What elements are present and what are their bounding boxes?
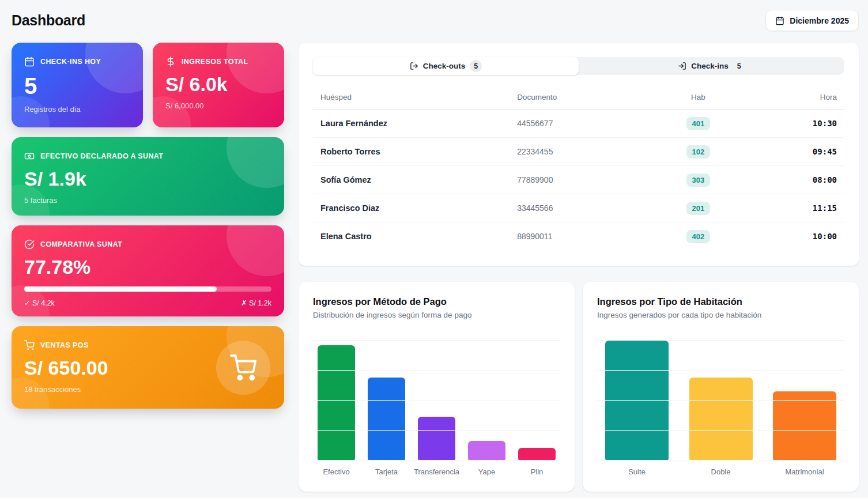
date-picker-label: Diciembre 2025 (790, 16, 849, 25)
bar-label-suite: Suite (605, 467, 669, 476)
stat-card-value: 5 (24, 74, 130, 97)
guest-document: 22334455 (517, 147, 553, 156)
bar-yape (468, 441, 505, 461)
guest-name: Francisco Diaz (320, 203, 379, 213)
chart-gridline (313, 430, 560, 431)
stat-card-label: CHECK-INS HOY (40, 58, 101, 66)
sunat-progress-fill (24, 286, 217, 292)
chart-labels: SuiteDobleMatrimonial (597, 467, 844, 476)
calendar-icon (775, 16, 784, 25)
bar-label-tarjeta: Tarjeta (368, 467, 405, 476)
bar-doble (689, 378, 753, 461)
col-header-guest: Huésped (313, 88, 510, 110)
room-badge: 402 (686, 230, 711, 243)
table-row: Laura Fernández 44556677 401 10:30 (313, 110, 844, 138)
chart-gridline (597, 400, 844, 401)
bar-label-plin: Plin (518, 467, 556, 476)
guest-document: 33445566 (517, 203, 553, 213)
guest-name: Elena Castro (320, 232, 372, 241)
app-header: Dashboard Diciembre 2025 (0, 0, 868, 43)
bar-transferencia (418, 417, 455, 461)
guest-document: 44556677 (517, 119, 553, 128)
login-icon (678, 62, 686, 70)
page-title: Dashboard (12, 12, 85, 29)
stat-card-ventas-pos: VENTAS POS S/ 650.00 18 transacciones (12, 326, 284, 409)
calendar-icon (24, 56, 35, 67)
chart-gridline (313, 460, 560, 461)
tab-check-outs[interactable]: Check-outs 5 (313, 57, 579, 75)
table-row: Francisco Diaz 33445566 201 11:15 (313, 194, 844, 222)
charts-row: Ingresos por Método de Pago Distribución… (299, 282, 859, 492)
stat-card-value: 77.78% (24, 257, 271, 277)
chart-plot (313, 341, 560, 461)
chart-gridline (313, 370, 560, 371)
chart-gridline (313, 340, 560, 341)
bar-label-matrimonial: Matrimonial (773, 467, 836, 476)
tab-check-ins[interactable]: Check-ins 5 (579, 57, 844, 75)
right-column: Check-outs 5 Check-ins 5 Huésped Documen (299, 43, 859, 492)
tab-count-badge: 5 (470, 60, 482, 72)
stat-card-comparativa-sunat: COMPARATIVA SUNAT 77.78% ✓ S/ 4.2k ✗ S/ … (12, 225, 284, 316)
guest-name: Sofía Gómez (320, 175, 371, 184)
date-picker-button[interactable]: Diciembre 2025 (765, 10, 859, 31)
chart-plot (597, 341, 844, 461)
movements-table-body: Laura Fernández 44556677 401 10:30 Rober… (313, 110, 844, 251)
dollar-icon (165, 56, 176, 67)
stat-card-subtext: Registros del día (24, 105, 130, 114)
time-value: 08:00 (813, 175, 837, 184)
sunat-declared-note: ✓ S/ 4.2k (24, 299, 55, 307)
time-value: 09:45 (813, 147, 837, 156)
stat-card-label: EFECTIVO DECLARADO A SUNAT (40, 152, 163, 160)
chart-gridline (313, 400, 560, 401)
stat-card-subtext: 5 facturas (24, 196, 271, 205)
bar-tarjeta (368, 378, 405, 461)
col-header-room: Hab (653, 88, 744, 110)
movements-table: Huésped Documento Hab Hora Laura Fernánd… (313, 88, 844, 251)
chart-room-types: Ingresos por Tipo de Habitación Ingresos… (583, 282, 859, 492)
chart-title: Ingresos por Tipo de Habitación (597, 296, 844, 307)
guest-document: 77889900 (517, 175, 553, 184)
movements-tabs: Check-outs 5 Check-ins 5 (313, 57, 844, 75)
sunat-pending-note: ✗ S/ 1.2k (241, 299, 271, 307)
bar-plin (518, 448, 556, 461)
movements-panel: Check-outs 5 Check-ins 5 Huésped Documen (299, 43, 859, 266)
col-header-document: Documento (510, 88, 653, 110)
banknote-icon (24, 151, 35, 161)
chart-gridline (597, 430, 844, 431)
table-row: Sofía Gómez 77889900 303 08:00 (313, 166, 844, 194)
check-circle-icon (24, 239, 35, 250)
bar-label-efectivo: Efectivo (318, 467, 355, 476)
guest-name: Roberto Torres (320, 147, 380, 156)
col-header-time: Hora (744, 88, 844, 110)
table-row: Elena Castro 88990011 402 10:00 (313, 222, 844, 251)
chart-gridline (597, 370, 844, 371)
stat-card-value: S/ 1.9k (24, 169, 271, 188)
bar-label-doble: Doble (689, 467, 753, 476)
tab-count-badge: 5 (733, 60, 745, 72)
table-header-row: Huésped Documento Hab Hora (313, 88, 844, 110)
time-value: 10:00 (813, 232, 837, 241)
time-value: 10:30 (813, 119, 837, 128)
tab-label: Check-outs (423, 62, 466, 70)
table-row: Roberto Torres 22334455 102 09:45 (313, 138, 844, 166)
chart-subtitle: Distribución de ingresos según forma de … (313, 311, 560, 319)
main-layout: CHECK-INS HOY 5 Registros del día INGRES… (0, 43, 868, 492)
stat-card-checkins-hoy: CHECK-INS HOY 5 Registros del día (12, 43, 143, 127)
stat-card-subtext: S/ 6,000.00 (165, 101, 271, 110)
stat-card-label: VENTAS POS (40, 341, 89, 349)
chart-gridline (597, 460, 844, 461)
sunat-progress-track (24, 286, 271, 292)
cart-icon (24, 340, 35, 350)
room-badge: 303 (686, 173, 711, 187)
stat-card-value: S/ 6.0k (165, 74, 271, 94)
cart-icon (230, 354, 256, 381)
time-value: 11:15 (813, 203, 837, 213)
chart-payment-methods: Ingresos por Método de Pago Distribución… (299, 282, 575, 492)
cart-bubble (216, 341, 270, 395)
bar-label-yape: Yape (468, 467, 505, 476)
stat-card-label: INGRESOS TOTAL (182, 58, 248, 66)
logout-icon (410, 62, 418, 70)
chart-title: Ingresos por Método de Pago (313, 296, 560, 307)
stat-card-label: COMPARATIVA SUNAT (40, 240, 122, 248)
bar-suite (605, 341, 669, 461)
